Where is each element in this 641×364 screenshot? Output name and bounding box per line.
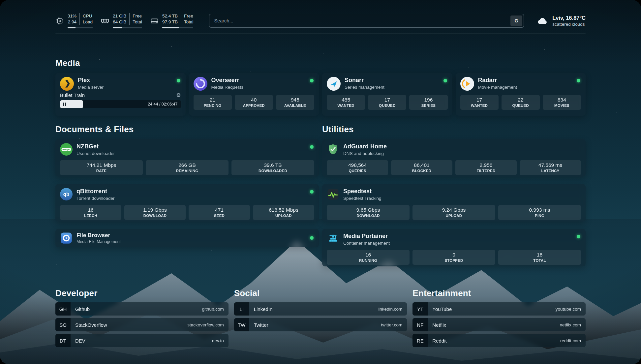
bookmark-name: Netflix xyxy=(432,322,446,328)
adguard-card[interactable]: AdGuard Home DNS and adblocking 498,564 … xyxy=(322,139,586,177)
bookmark-youtube[interactable]: YT YouTube youtube.com xyxy=(412,302,586,316)
sonarr-card[interactable]: Sonarr Series management 485 WANTED 17 Q… xyxy=(322,73,452,116)
section-title-utilities: Utilities xyxy=(322,124,586,135)
bookmark-name: DEV xyxy=(75,338,85,344)
section-social: Social LI LinkedIn linkedin.com TW Twitt… xyxy=(234,288,407,350)
overseerr-card[interactable]: Overseerr Media Requests 21 PENDING 40 A… xyxy=(189,73,319,116)
stat-tile: 40 APPROVED xyxy=(235,95,273,110)
speedtest-card[interactable]: Speedtest Speedtest Tracking 9.65 Gbps D… xyxy=(322,184,586,222)
app-name: qBittorrent xyxy=(76,188,115,195)
stat-tile: 0.993 ms PING xyxy=(498,205,581,220)
disk-total-value: 97.9 TB xyxy=(162,19,181,25)
section-entertainment: Entertainment YT YouTube youtube.com NF … xyxy=(412,288,586,350)
plex-icon xyxy=(60,77,74,91)
playback-progress-bar[interactable]: 24:44 / 02:06:47 xyxy=(60,100,181,108)
app-name: AdGuard Home xyxy=(343,143,387,150)
svg-text:qb: qb xyxy=(63,191,69,197)
section-documents: Documents & Files nzbget NZBGet Usenet d… xyxy=(55,124,319,266)
app-name: Media Portainer xyxy=(343,233,390,240)
bookmark-url: stackoverflow.com xyxy=(187,322,224,327)
app-name: Sonarr xyxy=(345,77,384,84)
bookmark-abbr: GH xyxy=(55,302,71,316)
plex-card[interactable]: Plex Media server Bullet Train ⚙ 24:44 /… xyxy=(55,73,186,116)
portainer-icon xyxy=(327,233,339,245)
playback-time: 24:44 / 02:06:47 xyxy=(148,102,177,106)
section-title-documents: Documents & Files xyxy=(55,124,319,135)
gear-icon[interactable]: ⚙ xyxy=(176,93,181,98)
adguard-icon xyxy=(327,143,339,156)
app-subtitle: Media File Management xyxy=(76,239,121,244)
search-bar: G xyxy=(209,14,524,28)
app-subtitle: Movie management xyxy=(478,85,517,90)
nzbget-card[interactable]: nzbget NZBGet Usenet downloader 744.21 M… xyxy=(55,139,319,177)
bookmark-netflix[interactable]: NF Netflix netflix.com xyxy=(412,318,586,331)
app-subtitle: Torrent downloader xyxy=(76,196,115,201)
disk-usage-bar xyxy=(162,27,194,28)
disk-free-label: Free xyxy=(181,13,194,19)
stat-tile: 618.52 Mbps UPLOAD xyxy=(253,205,314,220)
bookmark-name: Reddit xyxy=(432,338,446,344)
bookmark-stackoverflow[interactable]: SO StackOverflow stackoverflow.com xyxy=(55,318,229,331)
stat-tile: 22 QUEUED xyxy=(502,95,540,110)
bookmark-url: twitter.com xyxy=(381,322,403,327)
app-subtitle: Media server xyxy=(78,85,104,90)
app-subtitle: Container management xyxy=(343,241,390,246)
status-indicator xyxy=(177,79,180,82)
bookmark-abbr: RE xyxy=(412,334,428,347)
search-input[interactable] xyxy=(209,18,510,23)
stat-tile: 834 MOVIES xyxy=(543,95,581,110)
ram-free-value: 21 GiB xyxy=(113,13,129,19)
stat-tile: 0 STOPPED xyxy=(412,250,495,265)
stat-tile: 39.6 TB DOWNLOADED xyxy=(231,160,314,175)
disk-widget: 52.4 TB Free 97.9 TB Total xyxy=(150,13,194,28)
bookmark-name: Github xyxy=(75,306,90,312)
bookmark-dev[interactable]: DT DEV dev.to xyxy=(55,334,229,347)
dashboard-window: 31% CPU 2.94 Load 21 xyxy=(0,0,641,364)
cpu-load-label: Load xyxy=(79,19,93,25)
disk-icon xyxy=(150,16,159,25)
bookmark-twitter[interactable]: TW Twitter twitter.com xyxy=(234,318,407,331)
bookmark-abbr: SO xyxy=(55,318,71,331)
status-indicator xyxy=(310,190,314,194)
bookmark-abbr: LI xyxy=(234,302,249,316)
bookmark-name: LinkedIn xyxy=(254,306,273,312)
radarr-icon xyxy=(460,77,474,91)
bookmark-github[interactable]: GH Github github.com xyxy=(55,302,229,316)
status-indicator xyxy=(577,235,580,238)
bookmark-name: YouTube xyxy=(432,306,452,312)
pause-icon[interactable] xyxy=(63,103,66,106)
stat-tile: 86,401 BLOCKED xyxy=(391,160,452,175)
bookmark-abbr: TW xyxy=(234,318,249,331)
weather-widget[interactable]: Lviv, 16.87°C scattered clouds xyxy=(535,15,586,27)
section-title-entertainment: Entertainment xyxy=(412,288,586,298)
snow-particles xyxy=(0,0,1,1)
topbar-divider xyxy=(55,34,586,34)
app-subtitle: Media Requests xyxy=(211,85,244,90)
app-name: File Browser xyxy=(76,232,121,239)
app-name: Plex xyxy=(78,77,104,84)
weather-condition: scattered clouds xyxy=(552,22,586,27)
section-title-developer: Developer xyxy=(55,288,229,298)
qbittorrent-card[interactable]: qb qBittorrent Torrent downloader 16 LEE… xyxy=(55,184,319,222)
status-indicator xyxy=(310,236,314,240)
filebrowser-card[interactable]: File Browser Media File Management xyxy=(55,229,319,247)
search-engine-button[interactable]: G xyxy=(510,15,522,26)
cpu-widget: 31% CPU 2.94 Load xyxy=(55,13,93,28)
app-name: Overseerr xyxy=(211,77,244,84)
stat-tile: 2,956 FILTERED xyxy=(455,160,517,175)
ram-widget: 21 GiB Free 64 GiB Total xyxy=(101,13,142,28)
bookmark-linkedin[interactable]: LI LinkedIn linkedin.com xyxy=(234,302,407,316)
portainer-card[interactable]: Media Portainer Container management 16 … xyxy=(322,229,586,266)
section-developer: Developer GH Github github.com SO StackO… xyxy=(55,288,229,350)
bookmark-name: StackOverflow xyxy=(75,322,107,328)
radarr-card[interactable]: Radarr Movie management 17 WANTED 22 QUE… xyxy=(456,73,586,116)
bookmark-url: youtube.com xyxy=(556,307,581,312)
nzbget-icon: nzbget xyxy=(60,143,73,156)
app-subtitle: Usenet downloader xyxy=(76,151,115,156)
bookmark-reddit[interactable]: RE Reddit reddit.com xyxy=(412,334,586,347)
bookmark-url: linkedin.com xyxy=(378,307,402,312)
bookmark-url: reddit.com xyxy=(560,338,581,343)
cpu-icon xyxy=(55,16,64,25)
bookmark-name: Twitter xyxy=(254,322,268,328)
status-indicator xyxy=(443,79,447,82)
